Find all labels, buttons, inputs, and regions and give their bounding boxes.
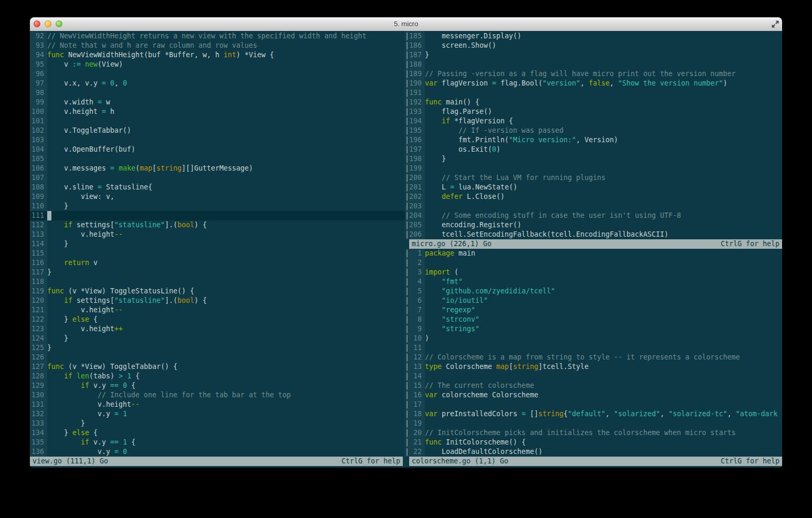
window-titlebar[interactable]: 5. micro <box>30 17 782 31</box>
code-line[interactable]: |5 "github.com/zyedidia/tcell" <box>405 287 782 296</box>
code-line[interactable]: 134 } else { <box>30 428 405 438</box>
code-line[interactable]: |3import ( <box>405 268 782 277</box>
code-token: } <box>47 240 68 248</box>
code-line[interactable]: 120 if settings["statusline"].(bool) { <box>30 296 405 305</box>
code-line[interactable]: |7 "regexp" <box>405 305 782 315</box>
code-line[interactable]: 103 <box>30 135 405 145</box>
code-line[interactable]: 136 v.y = 0 <box>30 447 405 457</box>
code-line[interactable]: |9 "strings" <box>405 324 782 334</box>
code-line[interactable]: 113 v.height-- <box>30 230 405 239</box>
code-line[interactable]: 122 } else { <box>30 315 405 324</box>
code-token: , <box>727 410 735 418</box>
editor-pane-micro-go[interactable]: |185 messenger.Display()|186 screen.Show… <box>405 31 782 239</box>
code-line[interactable]: 110 } <box>30 202 405 211</box>
code-line[interactable]: |205 encoding.Register() <box>405 220 782 230</box>
code-line[interactable]: 95 v := new(View) <box>30 60 405 69</box>
code-line[interactable]: 109 view: v, <box>30 192 405 202</box>
code-line[interactable]: |8 "strconv" <box>405 315 782 324</box>
code-line[interactable]: |201 L = lua.NewState() <box>405 183 782 192</box>
code-line[interactable]: 119func (v *View) ToggleStatusLine() { <box>30 287 405 296</box>
code-line[interactable]: 108 v.sline = Statusline{ <box>30 183 405 192</box>
code-line[interactable]: |6 "io/ioutil" <box>405 296 782 305</box>
code-line[interactable]: |195 // If -version was passed <box>405 126 782 135</box>
code-line[interactable]: 123 v.height++ <box>30 324 405 334</box>
code-line[interactable]: 104 v.OpenBuffer(buf) <box>30 145 405 154</box>
code-line[interactable]: 116 return v <box>30 258 405 268</box>
code-line[interactable]: 92// NewViewWidthHeight returns a new vi… <box>30 31 405 41</box>
code-token: ].( <box>165 221 177 229</box>
code-line[interactable]: 130 // Include one line for the tab bar … <box>30 390 405 400</box>
code-line[interactable]: |21func InitColorscheme() { <box>405 438 782 447</box>
code-line[interactable]: 135 if v.y == 1 { <box>30 438 405 447</box>
code-line[interactable]: 101 <box>30 117 405 126</box>
code-line[interactable]: 107 <box>30 173 405 183</box>
code-line[interactable]: |12// Colorscheme is a map from string t… <box>405 353 782 362</box>
code-line[interactable]: 114 } <box>30 239 405 249</box>
code-line[interactable]: |13type Colorscheme map[string]tcell.Sty… <box>405 362 782 372</box>
code-line[interactable]: |10) <box>405 334 782 343</box>
code-line[interactable]: 133 } <box>30 419 405 428</box>
code-line[interactable]: |4 "fmt" <box>405 277 782 287</box>
code-line[interactable]: |192func main() { <box>405 98 782 107</box>
code-line[interactable]: |206 tcell.SetEncodingFallback(tcell.Enc… <box>405 230 782 239</box>
code-line[interactable]: 125} <box>30 343 405 353</box>
code-line[interactable]: |20// InitColorscheme picks and initiali… <box>405 428 782 438</box>
code-token: // If -version was passed <box>425 126 563 134</box>
code-line[interactable]: |22 LoadDefaultColorscheme() <box>405 447 782 457</box>
code-line[interactable]: |186 screen.Show() <box>405 41 782 50</box>
code-line[interactable]: |19 <box>405 419 782 428</box>
code-line[interactable]: |196 fmt.Println("Micro version:", Versi… <box>405 135 782 145</box>
code-line[interactable]: 126 <box>30 353 405 362</box>
code-line[interactable]: |194 if *flagVersion { <box>405 117 782 126</box>
code-line[interactable]: 96 <box>30 69 405 79</box>
code-line[interactable]: |18var preInstalledColors = []string{"de… <box>405 409 782 419</box>
code-line[interactable]: 93// Note that w and h are raw column an… <box>30 41 405 50</box>
code-line[interactable]: |191 <box>405 88 782 98</box>
code-line[interactable]: 121 v.height-- <box>30 305 405 315</box>
code-line[interactable]: |197 os.Exit(0) <box>405 145 782 154</box>
line-number: 100 <box>30 107 47 117</box>
code-line[interactable]: 124 } <box>30 334 405 343</box>
code-line[interactable]: |198 } <box>405 154 782 164</box>
code-line[interactable]: |14 <box>405 372 782 381</box>
code-line[interactable]: 102 v.ToggleTabbar() <box>30 126 405 135</box>
code-line[interactable]: |188 <box>405 60 782 69</box>
code-line[interactable]: |185 messenger.Display() <box>405 31 782 41</box>
code-line[interactable]: |11 <box>405 343 782 353</box>
code-line[interactable]: |16var colorscheme Colorscheme <box>405 390 782 400</box>
code-line[interactable]: |203 <box>405 202 782 211</box>
code-line[interactable]: 131 v.height-- <box>30 400 405 409</box>
fullscreen-icon[interactable] <box>772 20 779 28</box>
code-line[interactable]: 97 v.x, v.y = 0, 0 <box>30 79 405 88</box>
code-line[interactable]: 128 if len(tabs) > 1 { <box>30 372 405 381</box>
editor-pane-colorscheme-go[interactable]: |1package main|2|3import (|4 "fmt"|5 "gi… <box>405 249 782 457</box>
code-line[interactable]: 106 v.messages = make(map[string][]Gutte… <box>30 164 405 173</box>
code-line[interactable]: |187} <box>405 50 782 60</box>
code-line[interactable]: |193 flag.Parse() <box>405 107 782 117</box>
code-line[interactable]: 129 if v.y == 0 { <box>30 381 405 390</box>
code-line[interactable]: 115 <box>30 249 405 258</box>
code-token <box>47 438 81 446</box>
code-line[interactable]: |199 <box>405 164 782 173</box>
code-line[interactable]: 127func (v *View) ToggleTabbar() { <box>30 362 405 372</box>
code-line[interactable]: 100 v.height = h <box>30 107 405 117</box>
code-line[interactable]: |1package main <box>405 249 782 258</box>
code-line[interactable]: 99 v.width = w <box>30 98 405 107</box>
code-line[interactable]: 94func NewViewWidthHeight(buf *Buffer, w… <box>30 50 405 60</box>
code-line[interactable]: |15// The current colorscheme <box>405 381 782 390</box>
code-line[interactable]: 132 v.y = 1 <box>30 409 405 419</box>
editor-pane-view-go[interactable]: 92// NewViewWidthHeight returns a new vi… <box>30 31 405 457</box>
code-line[interactable]: |204 // Some encoding stuff in case the … <box>405 211 782 220</box>
code-line[interactable]: 112 if settings["statusline"].(bool) { <box>30 220 405 230</box>
code-line[interactable]: 105 <box>30 154 405 164</box>
code-line[interactable]: |190var flagVersion = flag.Bool("version… <box>405 79 782 88</box>
code-line[interactable]: 98 <box>30 88 405 98</box>
code-line[interactable]: |189// Passing -version as a flag will h… <box>405 69 782 79</box>
code-line[interactable]: |202 defer L.Close() <box>405 192 782 202</box>
code-line[interactable]: 111 <box>30 211 405 220</box>
code-line[interactable]: 117} <box>30 268 405 277</box>
code-line[interactable]: |200 // Start the Lua VM for running plu… <box>405 173 782 183</box>
code-line[interactable]: |17 <box>405 400 782 409</box>
code-line[interactable]: 118 <box>30 277 405 287</box>
code-line[interactable]: |2 <box>405 258 782 268</box>
